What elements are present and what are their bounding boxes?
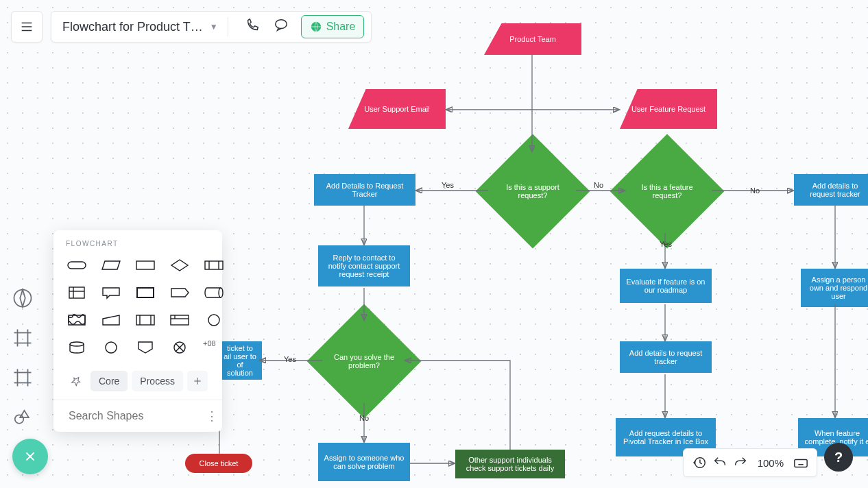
node-close-ticket[interactable]: Close ticket <box>185 454 252 473</box>
separator <box>228 17 228 36</box>
undo-icon[interactable] <box>712 455 727 470</box>
shape-circle[interactable] <box>203 312 225 328</box>
tab-core[interactable]: Core <box>91 371 128 391</box>
shape-subprocess[interactable] <box>134 312 156 328</box>
node-user-support-email[interactable]: User Support Email <box>348 89 446 129</box>
node-add-details-tracker[interactable]: Add Details to Request Tracker <box>314 174 415 206</box>
shape-terminator[interactable] <box>66 257 88 273</box>
shape-rectangle[interactable] <box>134 257 156 273</box>
shape-search: ⋮ <box>53 400 222 432</box>
globe-icon <box>310 21 322 33</box>
edge-label-yes: Yes <box>660 240 672 248</box>
svg-point-49 <box>208 315 219 326</box>
shape-circle-2[interactable] <box>100 339 122 356</box>
shape-callout[interactable] <box>100 284 122 301</box>
dock-frame-tool-2[interactable] <box>12 367 33 388</box>
shape-cylinder-h[interactable] <box>203 284 225 301</box>
menu-button[interactable] <box>11 11 43 42</box>
node-user-feature-request[interactable]: User Feature Request <box>620 89 717 129</box>
shapes-more[interactable]: +08 <box>203 339 225 356</box>
close-icon <box>23 449 38 464</box>
call-button[interactable] <box>238 18 267 36</box>
svg-rect-36 <box>205 261 223 269</box>
panel-title: FLOWCHART <box>66 240 210 247</box>
svg-rect-34 <box>68 262 86 269</box>
node-can-solve[interactable]: Can you solve the problem? <box>307 304 422 419</box>
shape-tabs: Core Process <box>62 367 214 395</box>
node-add-details-tracker2[interactable]: Add details to request tracker <box>620 341 712 373</box>
svg-point-3 <box>275 20 287 29</box>
node-add-details-req[interactable]: Add details to request tracker <box>794 174 868 206</box>
svg-rect-39 <box>69 287 84 298</box>
shape-parallelogram[interactable] <box>100 257 122 273</box>
phone-icon <box>245 18 260 33</box>
shape-diamond[interactable] <box>169 257 191 273</box>
tab-process[interactable]: Process <box>132 371 183 391</box>
hamburger-icon <box>19 19 34 34</box>
svg-rect-35 <box>136 261 154 269</box>
svg-rect-60 <box>795 459 807 467</box>
shape-offpage[interactable] <box>134 339 156 356</box>
shape-window[interactable] <box>169 312 191 328</box>
svg-rect-43 <box>136 315 154 325</box>
shape-sum[interactable] <box>169 339 191 356</box>
dock-compass-tool[interactable] <box>12 288 33 308</box>
edge-label-yes: Yes <box>442 181 454 189</box>
shape-database[interactable] <box>66 339 88 356</box>
question-icon: ? <box>834 450 843 465</box>
top-bar: Flowchart for Product T… ▼ Share <box>11 11 372 42</box>
redo-icon[interactable] <box>733 455 748 470</box>
close-panel-button[interactable] <box>12 439 48 474</box>
node-is-support-request[interactable]: Is this a support request? <box>476 134 590 249</box>
edge-label-no: No <box>750 186 760 195</box>
share-button[interactable]: Share <box>301 15 365 38</box>
left-dock <box>12 288 33 428</box>
bottom-bar: 100% <box>683 448 817 477</box>
pin-button[interactable] <box>66 371 86 391</box>
node-product-team[interactable]: Product Team <box>484 23 581 55</box>
node-reply-contact[interactable]: Reply to contact to notify contact suppo… <box>318 245 410 286</box>
shape-manual-input[interactable] <box>100 312 122 328</box>
svg-point-31 <box>15 415 24 424</box>
help-button[interactable]: ? <box>824 443 853 472</box>
svg-point-51 <box>106 342 117 353</box>
document-title-dropdown[interactable]: Flowchart for Product T… ▼ <box>62 20 218 34</box>
history-icon[interactable] <box>692 455 707 470</box>
shape-document[interactable] <box>66 312 88 328</box>
edge-label-no: No <box>359 414 369 422</box>
node-evaluate-feature[interactable]: Evaluate if feature is on our roadmap <box>620 269 712 303</box>
shape-predefined[interactable] <box>203 257 225 273</box>
search-input[interactable] <box>69 410 206 422</box>
edge-label-yes: Yes <box>284 355 296 363</box>
svg-point-50 <box>70 342 84 346</box>
shape-card[interactable] <box>134 284 156 301</box>
comment-button[interactable] <box>267 18 296 36</box>
document-title: Flowchart for Product T… <box>62 20 203 34</box>
speech-bubble-icon <box>274 18 289 33</box>
edge-label-no: No <box>594 181 603 189</box>
node-assign-someone[interactable]: Assign to someone who can solve problem <box>318 443 410 481</box>
svg-point-42 <box>219 288 223 297</box>
share-label: Share <box>326 21 356 33</box>
add-tab-button[interactable] <box>187 371 208 391</box>
shape-internal-storage[interactable] <box>66 284 88 301</box>
svg-point-22 <box>14 290 32 307</box>
svg-rect-46 <box>171 315 189 325</box>
node-other-support[interactable]: Other support individuals check support … <box>455 450 565 478</box>
node-assign-person[interactable]: Assign a person own and respond user <box>801 269 868 307</box>
node-is-feature-request[interactable]: Is this a feature request? <box>610 134 725 249</box>
keyboard-icon[interactable] <box>793 455 808 470</box>
search-more-icon[interactable]: ⋮ <box>206 408 218 424</box>
shapes-grid: +08 <box>66 257 210 356</box>
caret-down-icon: ▼ <box>210 22 218 32</box>
dock-frame-tool[interactable] <box>12 328 33 348</box>
dock-shapes-tool[interactable] <box>12 407 33 428</box>
shapes-panel: FLOWCHART +08 Core Process ⋮ <box>53 230 222 432</box>
title-bar: Flowchart for Product T… ▼ Share <box>51 11 372 42</box>
zoom-level[interactable]: 100% <box>754 457 788 469</box>
shape-tag[interactable] <box>169 284 191 301</box>
